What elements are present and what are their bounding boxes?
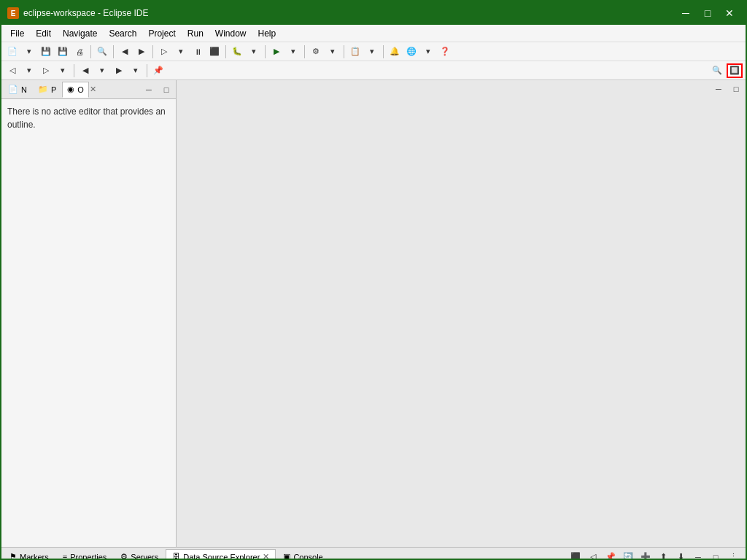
suspend-button[interactable]: ⏸ <box>190 44 206 59</box>
title-bar: E eclipse-workspace - Eclipse IDE ─ □ ✕ <box>1 1 746 25</box>
tab-navigator[interactable]: 📄 N <box>3 82 32 98</box>
menu-window[interactable]: Window <box>209 27 252 40</box>
next-dropdown2[interactable]: ▾ <box>128 63 144 78</box>
new-dropdown[interactable]: ▾ <box>21 44 37 59</box>
new-button[interactable]: 📄 <box>4 44 20 59</box>
prev-dropdown2[interactable]: ▾ <box>94 63 110 78</box>
tab-dse-close[interactable]: ✕ <box>263 552 269 560</box>
tab-servers[interactable]: ⚙ Servers <box>114 549 165 561</box>
outline-message: There is no active editor that provides … <box>7 106 166 130</box>
open-task-dropdown[interactable]: ▾ <box>364 44 380 59</box>
tab-markers[interactable]: ⚑ Markers <box>3 549 55 561</box>
external-tools-button[interactable]: ⚙ <box>308 44 324 59</box>
help-button[interactable]: ❓ <box>437 44 453 59</box>
toolbar-sep-3 <box>152 45 153 58</box>
tab-outline-label: O <box>77 85 84 94</box>
minimize-button[interactable]: ─ <box>676 5 696 21</box>
toolbar-1: 📄 ▾ 💾 💾 🖨 🔍 ◀ ▶ ▷ ▾ ⏸ ⬛ 🐛 ▾ ▶ ▾ ⚙ ▾ 📋 ▾ … <box>1 42 746 61</box>
tab-navigator-label: N <box>21 85 27 94</box>
bp-prev-btn[interactable]: ◁ <box>585 550 601 561</box>
tab-properties[interactable]: ≡ Properties <box>56 549 114 561</box>
toolbar-sep-4 <box>225 45 226 58</box>
bp-new-connection-btn[interactable]: ➕ <box>638 550 654 561</box>
search-btn-right[interactable]: 🔍 <box>709 63 725 78</box>
bp-pin-btn[interactable]: 📌 <box>603 550 619 561</box>
tab-servers-icon: ⚙ <box>120 552 128 560</box>
stop-button[interactable]: ⬛ <box>206 44 222 59</box>
tab-console[interactable]: ▣ Console <box>276 549 329 561</box>
tab-data-source-explorer[interactable]: 🗄 Data Source Explorer ✕ <box>166 549 276 561</box>
left-panel-maximize-btn[interactable]: □ <box>158 82 174 97</box>
menu-help[interactable]: Help <box>252 27 282 40</box>
tab-console-icon: ▣ <box>283 552 290 560</box>
next-btn2[interactable]: ▶ <box>111 63 127 78</box>
next-edit-button[interactable]: ▶ <box>133 44 150 59</box>
menu-navigate[interactable]: Navigate <box>57 27 103 40</box>
run-last-button[interactable]: ▷ <box>156 44 172 59</box>
run-green-button[interactable]: ▶ <box>268 44 285 59</box>
bp-import-btn[interactable]: ⬆ <box>655 550 671 561</box>
menu-file[interactable]: File <box>4 27 30 40</box>
tab-dse-icon: 🗄 <box>172 553 180 561</box>
editor-maximize-btn[interactable]: □ <box>728 82 744 96</box>
tab-outline[interactable]: ◉ O <box>62 82 89 98</box>
open-task-button[interactable]: 📋 <box>347 44 363 59</box>
tab-outline-icon: ◉ <box>67 85 74 94</box>
title-text: eclipse-workspace - Eclipse IDE <box>23 8 148 18</box>
print-button[interactable]: 🖨 <box>71 44 88 59</box>
editor-minimize-btn[interactable]: ─ <box>711 82 727 96</box>
external-dropdown[interactable]: ▾ <box>325 44 341 59</box>
left-panel-minimize-btn[interactable]: ─ <box>141 82 157 97</box>
title-bar-left: E eclipse-workspace - Eclipse IDE <box>7 7 148 19</box>
bottom-tabs-bar: ⚑ Markers ≡ Properties ⚙ Servers 🗄 Data … <box>1 548 746 560</box>
tab-package-explorer[interactable]: 📁 P <box>33 82 61 98</box>
debug-button[interactable]: 🐛 <box>229 44 245 59</box>
save-all-button[interactable]: 💾 <box>55 44 71 59</box>
toolbar-2-right: 🔍 🔲 <box>709 63 743 78</box>
tab-markers-icon: ⚑ <box>9 552 17 560</box>
prev-btn2[interactable]: ◀ <box>77 63 93 78</box>
run-dropdown[interactable]: ▾ <box>173 44 189 59</box>
bp-menu-btn[interactable]: ⋮ <box>725 550 741 561</box>
bp-maximize-btn[interactable]: □ <box>708 550 724 561</box>
left-panel-close-button[interactable]: ✕ <box>90 85 96 94</box>
menu-search[interactable]: Search <box>103 27 142 40</box>
web-browser-button[interactable]: 🌐 <box>403 44 419 59</box>
tab-servers-label: Servers <box>131 553 158 561</box>
editor-controls: ─ □ <box>711 82 744 96</box>
menu-bar: File Edit Navigate Search Project Run Wi… <box>1 25 746 42</box>
web-dropdown[interactable]: ▾ <box>420 44 436 59</box>
bottom-tabs-left: ⚑ Markers ≡ Properties ⚙ Servers 🗄 Data … <box>3 549 330 561</box>
back-button[interactable]: ◁ <box>4 63 20 78</box>
toolbar-sep-6 <box>304 45 305 58</box>
outline-content: There is no active editor that provides … <box>1 99 176 547</box>
back-dropdown[interactable]: ▾ <box>21 63 37 78</box>
maximize-button[interactable]: □ <box>697 5 718 21</box>
bp-collapse-btn[interactable]: ⬛ <box>568 550 584 561</box>
prev-edit-button[interactable]: ◀ <box>117 44 133 59</box>
run-green-dropdown[interactable]: ▾ <box>285 44 301 59</box>
pin-button[interactable]: 📌 <box>150 63 166 78</box>
tab-markers-label: Markers <box>20 553 49 561</box>
menu-project[interactable]: Project <box>142 27 181 40</box>
menu-edit[interactable]: Edit <box>30 27 57 40</box>
toolbar-sep-5 <box>265 45 266 58</box>
main-area: 📄 N 📁 P ◉ O ✕ ─ □ There is no active edi… <box>1 80 746 547</box>
close-button[interactable]: ✕ <box>719 5 740 21</box>
toolbar-sep-8 <box>383 45 384 58</box>
fwd-dropdown[interactable]: ▾ <box>55 63 71 78</box>
debug-dropdown[interactable]: ▾ <box>246 44 262 59</box>
bp-sync-btn[interactable]: 🔄 <box>620 550 636 561</box>
bp-minimize-btn[interactable]: ─ <box>690 550 706 561</box>
tab-properties-icon: ≡ <box>63 553 67 561</box>
tab-navigator-icon: 📄 <box>8 85 18 94</box>
tab-package-label: P <box>51 85 56 94</box>
next-annot-button[interactable]: 🔔 <box>387 44 403 59</box>
bp-export-btn[interactable]: ⬇ <box>673 550 689 561</box>
perspective-button-highlighted[interactable]: 🔲 <box>727 63 743 78</box>
fwd-button[interactable]: ▷ <box>38 63 54 78</box>
save-button[interactable]: 💾 <box>38 44 54 59</box>
menu-run[interactable]: Run <box>182 27 209 40</box>
bottom-panel-controls: ⬛ ◁ 📌 🔄 ➕ ⬆ ⬇ ─ □ ⋮ <box>568 550 744 561</box>
search-button[interactable]: 🔍 <box>94 44 110 59</box>
